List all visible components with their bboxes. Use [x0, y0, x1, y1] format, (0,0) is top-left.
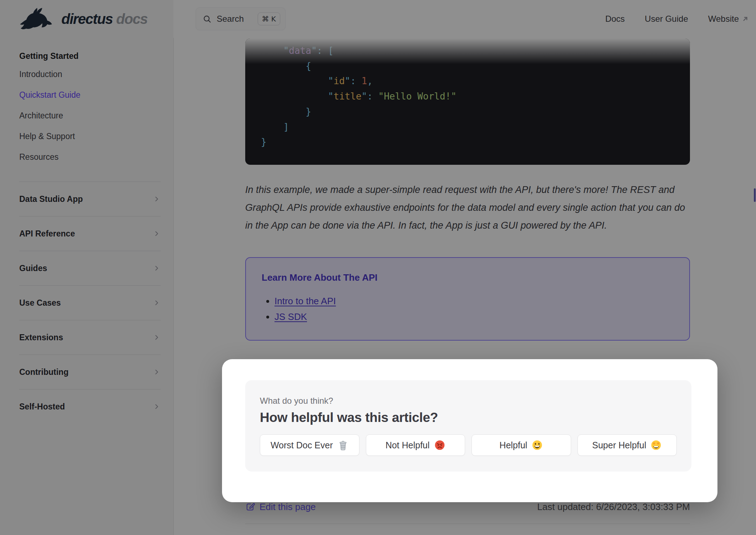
feedback-kicker: What do you think? — [260, 396, 677, 406]
feedback-options: Worst Doc EverNot HelpfulHelpfulSuper He… — [260, 434, 677, 456]
feedback-option-label: Not Helpful — [385, 440, 430, 450]
wastebasket-emoji — [337, 439, 349, 451]
page: directus docs Getting StartedIntroductio… — [0, 0, 756, 535]
feedback-option-worst-doc-ever[interactable]: Worst Doc Ever — [260, 434, 359, 456]
feedback-question: How helpful was this article? — [260, 410, 677, 425]
star-struck-emoji — [650, 439, 662, 451]
feedback-spotlight: What do you think? How helpful was this … — [222, 359, 717, 502]
angry-face-emoji — [434, 439, 445, 451]
feedback-option-label: Helpful — [499, 440, 527, 450]
feedback-option-label: Worst Doc Ever — [271, 440, 333, 450]
feedback-option-label: Super Helpful — [592, 440, 646, 450]
grinning-face-emoji — [531, 439, 543, 451]
feedback-option-super-helpful[interactable]: Super Helpful — [578, 434, 677, 456]
feedback-option-helpful[interactable]: Helpful — [472, 434, 571, 456]
feedback-option-not-helpful[interactable]: Not Helpful — [366, 434, 465, 456]
feedback-card: What do you think? How helpful was this … — [245, 380, 691, 472]
